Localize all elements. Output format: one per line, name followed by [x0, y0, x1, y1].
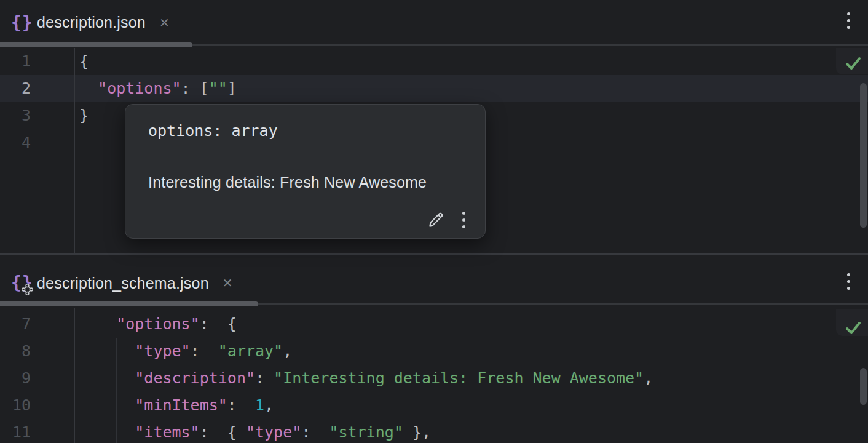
close-icon[interactable]: ✕ — [223, 277, 233, 289]
line-number[interactable]: 9 — [0, 365, 31, 392]
gutter-separator — [74, 48, 75, 253]
checkmark-icon[interactable] — [845, 319, 862, 337]
code-text: { — [79, 48, 89, 75]
tab-label: description_schema.json — [37, 274, 209, 292]
code-text: "options": { — [79, 311, 237, 338]
checkmark-icon[interactable] — [845, 55, 862, 72]
line-number[interactable]: 4 — [0, 129, 31, 156]
code-text: "type": "array", — [79, 338, 292, 365]
tab-options-kebab-icon[interactable] — [846, 273, 850, 290]
code-line[interactable]: 7 "options": { — [0, 311, 868, 338]
tab-options-kebab-icon[interactable] — [846, 12, 850, 29]
bottom-editor[interactable]: 7 "options": {8 "type": "array",9 "descr… — [0, 308, 868, 443]
top-tab-bar: {} description.json ✕ — [0, 0, 868, 41]
code-line[interactable]: 11 "items": { "type": "string" }, — [0, 419, 868, 443]
indent-guide — [98, 308, 98, 443]
code-line[interactable]: 8 "type": "array", — [0, 338, 868, 365]
code-text: } — [79, 102, 89, 129]
popup-more-kebab-icon[interactable] — [462, 212, 465, 228]
line-number[interactable]: 7 — [0, 311, 31, 338]
pencil-icon[interactable] — [427, 210, 446, 229]
tab-scrollbar-thumb[interactable] — [0, 42, 192, 47]
tab-scrollbar-thumb[interactable] — [0, 301, 258, 306]
tab-description-schema-json[interactable]: {} description_schema.json ✕ — [0, 273, 233, 293]
line-number[interactable]: 11 — [0, 419, 31, 443]
code-line[interactable]: 9 "description": "Interesting details: F… — [0, 365, 868, 392]
code-text: "minItems": 1, — [79, 392, 274, 419]
code-text: "options": [""] — [79, 75, 237, 102]
line-number[interactable]: 10 — [0, 392, 31, 419]
code-line[interactable]: 2 "options": [""] — [0, 75, 868, 102]
code-text: "description": "Interesting details: Fre… — [79, 365, 653, 392]
line-number[interactable]: 8 — [0, 338, 31, 365]
indent-guide — [116, 338, 117, 443]
popup-divider — [147, 154, 464, 154]
code-line[interactable]: 10 "minItems": 1, — [0, 392, 868, 419]
editor-right-separator — [834, 48, 834, 253]
editor-right-separator — [834, 308, 834, 443]
gutter-separator — [74, 308, 75, 443]
close-icon[interactable]: ✕ — [159, 17, 170, 29]
code-line[interactable]: 1{ — [0, 48, 868, 75]
json-schema-file-icon: {} — [11, 273, 31, 293]
popup-symbol-type: options: array — [148, 122, 278, 140]
line-number[interactable]: 1 — [0, 48, 31, 75]
code-text: "items": { "type": "string" }, — [79, 419, 431, 443]
json-file-icon: {} — [11, 12, 31, 33]
tab-description-json[interactable]: {} description.json ✕ — [0, 12, 170, 33]
documentation-popup: options: array Interesting details: Fres… — [125, 104, 486, 239]
editor-scrollbar-thumb[interactable] — [860, 83, 867, 228]
popup-description: Interesting details: Fresh New Awesome — [148, 174, 427, 191]
bottom-tab-bar: {} description_schema.json ✕ — [0, 255, 868, 301]
line-number[interactable]: 3 — [0, 102, 31, 129]
editor-scrollbar-thumb[interactable] — [860, 368, 867, 405]
pane-splitter[interactable] — [0, 253, 868, 255]
tab-label: description.json — [37, 14, 146, 31]
line-number[interactable]: 2 — [0, 75, 31, 102]
